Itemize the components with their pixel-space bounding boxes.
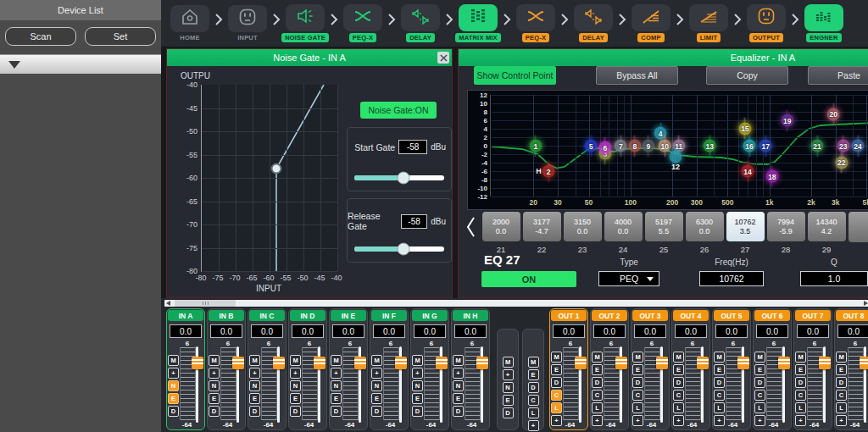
eq-band-cell-23[interactable]: 31500.0 xyxy=(564,212,602,241)
channel-header-in-b[interactable]: IN B xyxy=(209,310,244,321)
channel-strip-in-b[interactable]: IN B0.06-64M+NED xyxy=(207,308,246,430)
channel-button-d[interactable]: D xyxy=(290,406,301,417)
eq-point-5[interactable]: 5 xyxy=(585,140,598,152)
fader-handle[interactable] xyxy=(232,357,244,369)
channel-header-out-8[interactable]: OUT 8 xyxy=(836,310,868,321)
eq-point-22[interactable]: 22 xyxy=(835,156,848,169)
eq-point-14[interactable]: 14 xyxy=(742,165,754,178)
channel-header-in-a[interactable]: IN A xyxy=(168,310,203,321)
channel-button-d[interactable]: D xyxy=(331,406,342,417)
channel-button-plus[interactable]: + xyxy=(249,368,260,379)
channel-button-l[interactable]: L xyxy=(673,402,684,413)
eq-point-21[interactable]: 21 xyxy=(811,140,824,152)
channel-gain-value[interactable]: 0.0 xyxy=(756,324,788,338)
channel-header-out-7[interactable]: OUT 7 xyxy=(795,310,831,321)
channel-gain-value[interactable]: 0.0 xyxy=(170,324,202,338)
channel-button-plus[interactable]: + xyxy=(795,415,806,426)
channel-header-out-4[interactable]: OUT 4 xyxy=(673,310,709,321)
fader-handle[interactable] xyxy=(737,357,749,369)
master-button-l[interactable]: L xyxy=(528,407,539,418)
scrollbar-thumb[interactable] xyxy=(175,300,236,307)
channel-button-m[interactable]: M xyxy=(754,352,765,363)
master-button-e[interactable]: E xyxy=(528,369,539,380)
channel-button-d[interactable]: D xyxy=(412,406,423,417)
eq-point-24[interactable]: 24 xyxy=(852,140,865,152)
channel-button-plus[interactable]: + xyxy=(371,368,382,379)
channel-button-plus[interactable]: + xyxy=(592,415,603,426)
release-gate-slider[interactable] xyxy=(354,246,444,252)
channel-strip-in-f[interactable]: IN F0.06-64M+NED xyxy=(370,308,409,430)
channel-button-e[interactable]: E xyxy=(331,393,342,404)
channel-button-plus[interactable]: + xyxy=(168,368,179,379)
channel-gain-value[interactable]: 0.0 xyxy=(553,324,585,338)
master-button-c[interactable]: C xyxy=(528,395,539,406)
fader-handle[interactable] xyxy=(354,357,366,369)
channel-header-out-3[interactable]: OUT 3 xyxy=(632,310,668,321)
channel-button-e[interactable]: E xyxy=(632,364,643,375)
channel-button-e[interactable]: E xyxy=(249,393,260,404)
fader-handle[interactable] xyxy=(575,357,587,369)
eq-point-8[interactable]: 8 xyxy=(628,140,641,152)
channel-button-c[interactable]: C xyxy=(632,390,643,401)
channel-gain-value[interactable]: 0.0 xyxy=(414,324,446,338)
channel-button-d[interactable]: D xyxy=(551,377,562,388)
channel-button-c[interactable]: C xyxy=(714,390,725,401)
channel-button-m[interactable]: M xyxy=(331,355,342,366)
channel-button-n[interactable]: N xyxy=(331,380,342,391)
toolbar-item-comp[interactable]: COMP xyxy=(629,4,673,42)
gate-threshold-handle[interactable] xyxy=(271,163,282,174)
channel-header-out-6[interactable]: OUT 6 xyxy=(754,310,790,321)
toolbar-item-delay[interactable]: DELAY xyxy=(398,4,442,42)
eq-band-cell-24[interactable]: 40000.0 xyxy=(604,212,643,241)
channel-button-m[interactable]: M xyxy=(714,352,725,363)
channel-button-n[interactable]: N xyxy=(290,380,301,391)
type-dropdown[interactable]: PEQ xyxy=(598,271,659,286)
fader-handle[interactable] xyxy=(314,357,326,369)
eq-on-button[interactable]: ON xyxy=(481,271,576,287)
eq-band-cell-21[interactable]: 20000.0 xyxy=(482,212,520,241)
eq-point-15[interactable]: 15 xyxy=(738,122,751,135)
channel-button-c[interactable]: C xyxy=(836,390,847,401)
channel-button-plus[interactable]: + xyxy=(673,415,684,426)
noise-gate-graph[interactable] xyxy=(201,85,337,272)
channel-strip-out-5[interactable]: OUT 50.06-64MEDCL+ xyxy=(712,308,751,430)
channel-button-e[interactable]: E xyxy=(673,364,684,375)
channel-header-in-d[interactable]: IN D xyxy=(290,310,326,321)
channel-button-e[interactable]: E xyxy=(290,393,301,404)
channel-button-d[interactable]: D xyxy=(836,377,847,388)
channel-button-n[interactable]: N xyxy=(453,380,464,391)
channel-button-d[interactable]: D xyxy=(168,406,179,417)
channel-strip-out-7[interactable]: OUT 70.06-64MEDCL+ xyxy=(793,308,832,430)
channel-button-d[interactable]: D xyxy=(673,377,684,388)
master-button-n[interactable]: N xyxy=(503,382,514,393)
channel-strip-in-g[interactable]: IN G0.06-64M+NED xyxy=(410,308,449,430)
equalizer-title[interactable]: Equalizer - IN A xyxy=(459,49,868,66)
noise-gate-on-button[interactable]: Noise Gate:ON xyxy=(360,102,437,119)
channel-gain-value[interactable]: 0.0 xyxy=(715,324,748,338)
channel-button-l[interactable]: L xyxy=(836,402,847,413)
channel-strip-out-6[interactable]: OUT 60.06-64MEDCL+ xyxy=(753,308,792,430)
eq-point-19[interactable]: 19 xyxy=(781,114,793,127)
channel-button-m[interactable]: M xyxy=(209,355,220,366)
channel-button-e[interactable]: E xyxy=(412,393,423,404)
channel-button-c[interactable]: C xyxy=(754,390,765,401)
channel-button-e[interactable]: E xyxy=(168,393,179,404)
master-button-e[interactable]: E xyxy=(503,395,514,406)
channel-button-l[interactable]: L xyxy=(714,402,725,413)
channel-button-plus[interactable]: + xyxy=(714,415,725,426)
eq-band-cell-22[interactable]: 3177-4.7 xyxy=(523,212,561,241)
fader-handle[interactable] xyxy=(819,357,831,369)
channel-strip-in-a[interactable]: IN A0.06-64M+NED xyxy=(166,308,205,430)
channel-strip-in-c[interactable]: IN C0.06-64M+NED xyxy=(248,308,287,430)
channel-gain-value[interactable]: 0.0 xyxy=(251,324,283,338)
release-gate-value[interactable]: -58 xyxy=(401,214,427,229)
channel-button-plus[interactable]: + xyxy=(209,368,220,379)
eq-point-16[interactable]: 16 xyxy=(743,140,756,152)
eq-band-cell-26[interactable]: 63000.0 xyxy=(686,212,724,241)
channel-button-m[interactable]: M xyxy=(632,352,643,363)
channel-button-n[interactable]: N xyxy=(371,380,382,391)
channel-header-in-h[interactable]: IN H xyxy=(453,310,488,321)
eq-point-6[interactable]: 6 xyxy=(598,141,611,154)
channel-button-e[interactable]: E xyxy=(453,393,464,404)
channel-button-plus[interactable]: + xyxy=(754,415,765,426)
